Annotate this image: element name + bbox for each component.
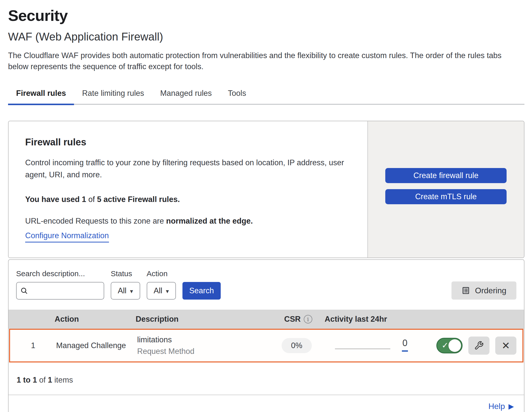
- table-header: Action Description CSR i Activity last 2…: [9, 310, 524, 329]
- filter-toolbar: Search description... Status All ▾ Actio…: [9, 260, 524, 310]
- tab-rate-limiting-rules[interactable]: Rate limiting rules: [74, 84, 152, 104]
- rule-activity-cell: 0: [321, 338, 436, 354]
- normalization-note: URL-encoded Requests to this zone are no…: [25, 217, 350, 226]
- page-subtitle: WAF (Web Application Firewall): [8, 30, 524, 43]
- chevron-down-icon: ▾: [166, 288, 169, 295]
- usage-summary: You have used 1 of 5 active Firewall rul…: [25, 195, 350, 204]
- firewall-rules-overview-card: Firewall rules Control incoming traffic …: [8, 121, 524, 258]
- action-label: Action: [147, 269, 176, 278]
- rule-description: limitations: [137, 335, 273, 344]
- header-csr: CSR i: [274, 315, 322, 324]
- info-icon[interactable]: i: [304, 315, 312, 323]
- rule-enabled-toggle[interactable]: ✓: [436, 338, 463, 353]
- action-filter-group: Action All ▾: [147, 269, 176, 300]
- security-waf-page: Security WAF (Web Application Firewall) …: [0, 0, 532, 412]
- toggle-knob: [448, 339, 461, 352]
- table-row: 1 Managed Challenge limitations Request …: [9, 329, 523, 362]
- delete-rule-button[interactable]: ✕: [495, 337, 516, 355]
- activity-sparkline: [335, 349, 390, 349]
- action-value: All: [154, 286, 162, 295]
- arrow-right-icon: ▶: [508, 402, 514, 410]
- tab-firewall-rules[interactable]: Firewall rules: [8, 84, 74, 104]
- create-mtls-rule-button[interactable]: Create mTLS rule: [385, 189, 507, 204]
- header-description: Description: [136, 315, 274, 324]
- action-dropdown[interactable]: All ▾: [147, 282, 176, 300]
- waf-tabs: Firewall rules Rate limiting rules Manag…: [8, 84, 524, 105]
- rule-priority: 1: [10, 341, 56, 350]
- rule-expression: Request Method: [137, 347, 273, 356]
- search-box[interactable]: [16, 282, 104, 300]
- overview-actions-panel: Create firewall rule Create mTLS rule: [367, 121, 524, 258]
- search-button[interactable]: Search: [182, 282, 221, 300]
- edit-rule-button[interactable]: [468, 337, 489, 355]
- csr-badge: 0%: [282, 338, 312, 353]
- help-row: Help ▶: [9, 395, 524, 412]
- firewall-rules-list-card: Search description... Status All ▾ Actio…: [8, 259, 524, 412]
- rule-csr-cell: 0%: [273, 338, 321, 353]
- help-link[interactable]: Help ▶: [488, 402, 514, 411]
- search-filter-group: Search description...: [16, 269, 104, 300]
- overview-heading: Firewall rules: [25, 137, 350, 148]
- activity-count-link[interactable]: 0: [402, 338, 408, 352]
- header-activity: Activity last 24hr: [322, 315, 438, 324]
- rule-action: Managed Challenge: [56, 341, 137, 350]
- status-dropdown[interactable]: All ▾: [111, 282, 140, 300]
- configure-normalization-link[interactable]: Configure Normalization: [25, 231, 109, 242]
- items-count: 1 to 1 of 1 items: [9, 362, 524, 395]
- rule-description-cell: limitations Request Method: [137, 335, 273, 356]
- chevron-down-icon: ▾: [130, 288, 133, 295]
- wrench-icon: [474, 341, 484, 350]
- overview-text-panel: Firewall rules Control incoming traffic …: [9, 121, 367, 258]
- overview-body: Control incoming traffic to your zone by…: [25, 157, 350, 181]
- status-label: Status: [111, 269, 140, 278]
- tab-tools[interactable]: Tools: [220, 84, 254, 104]
- status-value: All: [118, 286, 126, 295]
- close-icon: ✕: [502, 340, 510, 351]
- status-filter-group: Status All ▾: [111, 269, 140, 300]
- search-icon: [20, 287, 28, 295]
- search-label: Search description...: [16, 269, 104, 278]
- ordering-button[interactable]: Ordering: [451, 281, 517, 300]
- check-icon: ✓: [442, 341, 448, 350]
- page-title: Security: [8, 7, 524, 24]
- rule-controls-cell: ✓ ✕: [436, 337, 522, 355]
- create-firewall-rule-button[interactable]: Create firewall rule: [385, 168, 507, 183]
- ordering-icon: [462, 286, 470, 295]
- page-description: The Cloudflare WAF provides both automat…: [8, 50, 524, 72]
- search-input[interactable]: [31, 282, 100, 299]
- ordering-label: Ordering: [475, 286, 507, 295]
- header-action: Action: [55, 315, 136, 324]
- tab-managed-rules[interactable]: Managed rules: [152, 84, 220, 104]
